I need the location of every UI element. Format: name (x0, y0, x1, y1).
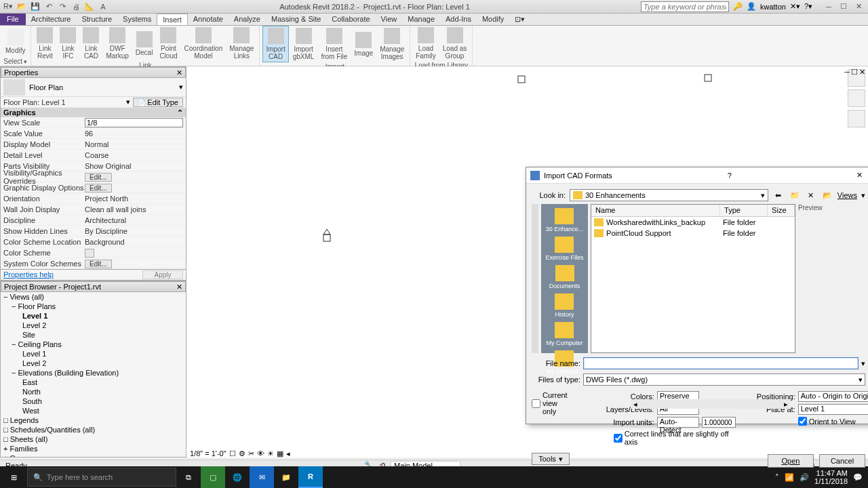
print-icon[interactable]: 🖨 (71, 1, 81, 12)
revit-logo-icon[interactable]: R▾ (3, 1, 14, 12)
revit-app-icon[interactable]: R (298, 466, 323, 488)
tab-massing[interactable]: Massing & Site (266, 14, 326, 25)
ribbon-decal[interactable]: Decal (133, 30, 156, 58)
ribbon-dwf-markup[interactable]: DWFMarkup (103, 26, 131, 61)
clock-date[interactable]: 1/11/2018 (814, 477, 848, 485)
ribbon-load as-group[interactable]: Load asGroup (440, 26, 470, 61)
tab-addins[interactable]: Add-Ins (440, 14, 477, 25)
back-icon[interactable]: ⬅ (772, 189, 785, 201)
tray-up-icon[interactable]: ˄ (775, 473, 779, 482)
tree-item[interactable]: West (1, 406, 186, 415)
file-row[interactable]: PointCloud SupportFile folder (591, 228, 795, 239)
help-icon[interactable]: ?▾ (804, 2, 812, 11)
view-minimize-icon[interactable]: ─ (844, 68, 850, 77)
ribbon-import-gbxml[interactable]: ImportgbXML (290, 26, 317, 62)
prop-color-scheme[interactable]: Color Scheme (1, 247, 186, 258)
tools-button[interactable]: Tools▾ (532, 453, 570, 465)
place-history[interactable]: History (553, 292, 575, 319)
filetype-combo[interactable]: DWG Files (*.dwg)▾ (583, 373, 865, 386)
prop-discipline[interactable]: DisciplineArchitectural (1, 215, 186, 226)
properties-close-icon[interactable]: ✕ (176, 68, 182, 77)
tree-item[interactable]: Level 2 (1, 359, 186, 368)
tree-item[interactable]: □ Sheets (all) (1, 434, 186, 444)
open-button[interactable]: Open (768, 454, 814, 468)
subscription-icon[interactable]: 🔑 (733, 2, 743, 11)
ribbon-point-cloud[interactable]: PointCloud (157, 26, 180, 61)
nav-wheel-icon[interactable] (848, 89, 865, 107)
file-row[interactable]: WorksharedwithLinks_backupFile folder (591, 217, 795, 228)
view-icon[interactable]: ☐ (229, 449, 236, 458)
ribbon-coordination-model[interactable]: CoordinationModel (182, 26, 226, 61)
tree-item[interactable]: − Views (all) (1, 292, 186, 302)
tree-item[interactable]: + Families (1, 444, 186, 453)
delete-icon[interactable]: ✕ (805, 189, 817, 201)
notifications-icon[interactable]: 💬 (853, 473, 863, 482)
prop-show-hidden-lines[interactable]: Show Hidden LinesBy Discipline (1, 226, 186, 237)
prop-scale-value[interactable]: Scale Value96 (1, 128, 186, 139)
tab-view[interactable]: View (376, 14, 403, 25)
prop-color-scheme-location[interactable]: Color Scheme LocationBackground (1, 237, 186, 247)
drawing-canvas[interactable]: ─ ☐ ✕ Import CAD Formats ? ✕ Look in: 30… (186, 66, 868, 458)
ribbon-manage-links[interactable]: ManageLinks (226, 26, 256, 61)
place-documents[interactable]: Documents (548, 264, 582, 291)
pan-icon[interactable] (848, 110, 865, 127)
text-icon[interactable]: A (98, 1, 108, 12)
tree-item[interactable]: Level 1 (1, 349, 186, 359)
filename-input[interactable] (583, 357, 859, 369)
view-maximize-icon[interactable]: ☐ (851, 68, 858, 77)
apply-button[interactable]: Apply (142, 270, 183, 279)
select-panel-label[interactable]: Select (3, 57, 28, 66)
prop-orientation[interactable]: OrientationProject North (1, 193, 186, 204)
ribbon-image[interactable]: Image (351, 30, 376, 58)
undo-icon[interactable]: ↶ (43, 1, 54, 12)
user-icon[interactable]: 👤 (747, 2, 756, 11)
tree-item[interactable]: − Elevations (Building Elevation) (1, 368, 186, 378)
ribbon-insert-from file[interactable]: Insertfrom File (318, 26, 350, 62)
tray-volume-icon[interactable]: 🔊 (800, 473, 809, 482)
taskbar-search[interactable]: 🔍 Type here to search (27, 468, 176, 487)
tree-item[interactable]: Level 2 (1, 321, 186, 330)
graphics-section[interactable]: Graphics⌃ (1, 108, 186, 117)
properties-type[interactable]: Floor Plan (29, 83, 179, 92)
minimize-button[interactable]: ─ (822, 1, 835, 12)
tab-analyze[interactable]: Analyze (229, 14, 266, 25)
tree-item[interactable]: North (1, 387, 186, 396)
cancel-button[interactable]: Cancel (819, 454, 865, 468)
browser-close-icon[interactable]: ✕ (176, 283, 182, 291)
place-enhance[interactable]: 30 Enhance... (545, 207, 585, 234)
chrome-icon[interactable]: 🌐 (225, 466, 250, 488)
outlook-icon[interactable]: ✉ (250, 466, 274, 488)
prop-system-color-schemes[interactable]: System Color SchemesEdit... (1, 258, 186, 269)
views-dropdown[interactable]: Views (837, 191, 857, 199)
ribbon-manage-images[interactable]: ManageImages (377, 26, 407, 62)
edit-type-button[interactable]: 📄 Edit Type (133, 98, 183, 107)
tab-manage[interactable]: Manage (402, 14, 440, 25)
app-icon[interactable]: ▢ (201, 466, 225, 488)
tree-item[interactable]: + Groups (1, 453, 186, 458)
scale-label[interactable]: 1/8" = 1'-0" (190, 449, 226, 458)
ribbon-import-cad[interactable]: ImportCAD (262, 26, 288, 62)
close-button[interactable]: ✕ (852, 1, 865, 12)
instance-label[interactable]: Floor Plan: Level 1 (3, 98, 126, 106)
tab-annotate[interactable]: Annotate (188, 14, 229, 25)
tab-structure[interactable]: Structure (76, 14, 117, 25)
positioning-combo[interactable]: Auto - Origin to Origin (798, 391, 868, 402)
maximize-button[interactable]: ☐ (837, 1, 850, 12)
new-folder-icon[interactable]: 📂 (821, 189, 833, 201)
places-scroll-up[interactable] (532, 204, 538, 353)
ribbon-load-family[interactable]: LoadFamily (413, 26, 438, 61)
file-list[interactable]: Name Type Size WorksharedwithLinks_backu… (591, 204, 795, 353)
col-type[interactable]: Type (720, 205, 768, 216)
task-view-icon[interactable]: ⧉ (176, 466, 201, 488)
tab-insert[interactable]: Insert (157, 14, 188, 25)
instance-dropdown-icon[interactable]: ▾ (126, 98, 130, 106)
save-icon[interactable]: 💾 (30, 1, 41, 12)
prop-detail-level[interactable]: Detail LevelCoarse (1, 150, 186, 161)
explorer-icon[interactable]: 📁 (274, 466, 298, 488)
prop-visibility-graphics-overrides[interactable]: Visibility/Graphics OverridesEdit... (1, 171, 186, 182)
up-icon[interactable]: 📁 (789, 189, 801, 201)
col-name[interactable]: Name (591, 205, 720, 216)
tree-item[interactable]: − Floor Plans (1, 302, 186, 311)
tree-item[interactable]: □ Schedules/Quantities (all) (1, 425, 186, 434)
modify-button[interactable]: Modify (3, 28, 28, 56)
